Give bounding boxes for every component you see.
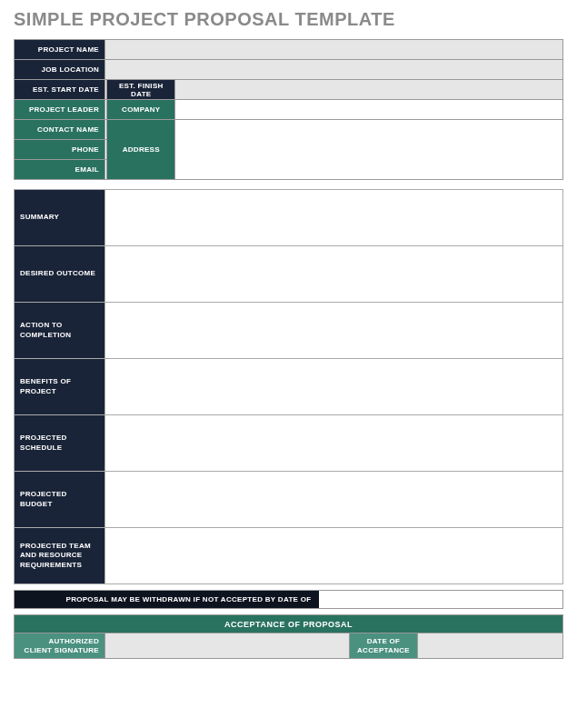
est-finish-label: EST. FINISH DATE bbox=[107, 80, 175, 100]
desired-outcome-label: DESIRED OUTCOME bbox=[15, 246, 105, 303]
team-label: PROJECTED TEAM AND RESOURCE REQUIREMENTS bbox=[15, 528, 105, 584]
details-table: SUMMARY DESIRED OUTCOME ACTION TO COMPLE… bbox=[14, 189, 563, 584]
summary-label: SUMMARY bbox=[15, 190, 105, 246]
acceptance-date-field[interactable] bbox=[418, 633, 563, 659]
benefits-label: BENEFITS OF PROJECT bbox=[15, 359, 105, 415]
est-start-label: EST. START DATE bbox=[15, 80, 105, 100]
acceptance-date-label: DATE OF ACCEPTANCE bbox=[350, 633, 418, 659]
withdraw-label: PROPOSAL MAY BE WITHDRAWN IF NOT ACCEPTE… bbox=[15, 591, 319, 609]
signature-field[interactable] bbox=[105, 633, 350, 659]
summary-field[interactable] bbox=[105, 190, 563, 246]
action-field[interactable] bbox=[105, 303, 563, 359]
company-field[interactable] bbox=[175, 100, 563, 120]
budget-field[interactable] bbox=[105, 472, 563, 528]
acceptance-table: ACCEPTANCE OF PROPOSAL AUTHORIZED CLIENT… bbox=[14, 614, 563, 659]
est-finish-field[interactable] bbox=[175, 80, 563, 100]
phone-field[interactable] bbox=[105, 140, 107, 160]
acceptance-heading: ACCEPTANCE OF PROPOSAL bbox=[15, 615, 563, 633]
withdraw-table: PROPOSAL MAY BE WITHDRAWN IF NOT ACCEPTE… bbox=[14, 590, 563, 609]
company-label: COMPANY bbox=[107, 100, 175, 120]
job-location-field[interactable] bbox=[105, 60, 563, 80]
project-leader-label: PROJECT LEADER bbox=[15, 100, 105, 120]
header-table: PROJECT NAME JOB LOCATION EST. START DAT… bbox=[14, 39, 563, 180]
signature-label: AUTHORIZED CLIENT SIGNATURE bbox=[15, 633, 105, 659]
job-location-label: JOB LOCATION bbox=[15, 60, 105, 80]
project-name-label: PROJECT NAME bbox=[15, 40, 105, 60]
desired-outcome-field[interactable] bbox=[105, 246, 563, 303]
address-field[interactable] bbox=[175, 120, 563, 180]
withdraw-date-field[interactable] bbox=[319, 591, 563, 609]
benefits-field[interactable] bbox=[105, 359, 563, 415]
address-label: ADDRESS bbox=[107, 120, 175, 180]
contact-name-label: CONTACT NAME bbox=[15, 120, 105, 140]
page-title: SIMPLE PROJECT PROPOSAL TEMPLATE bbox=[14, 9, 563, 30]
phone-label: PHONE bbox=[15, 140, 105, 160]
project-name-field[interactable] bbox=[105, 40, 563, 60]
schedule-field[interactable] bbox=[105, 415, 563, 472]
team-field[interactable] bbox=[105, 528, 563, 584]
email-label: EMAIL bbox=[15, 160, 105, 180]
budget-label: PROJECTED BUDGET bbox=[15, 472, 105, 528]
schedule-label: PROJECTED SCHEDULE bbox=[15, 415, 105, 472]
action-label: ACTION TO COMPLETION bbox=[15, 303, 105, 359]
email-field[interactable] bbox=[105, 160, 107, 180]
